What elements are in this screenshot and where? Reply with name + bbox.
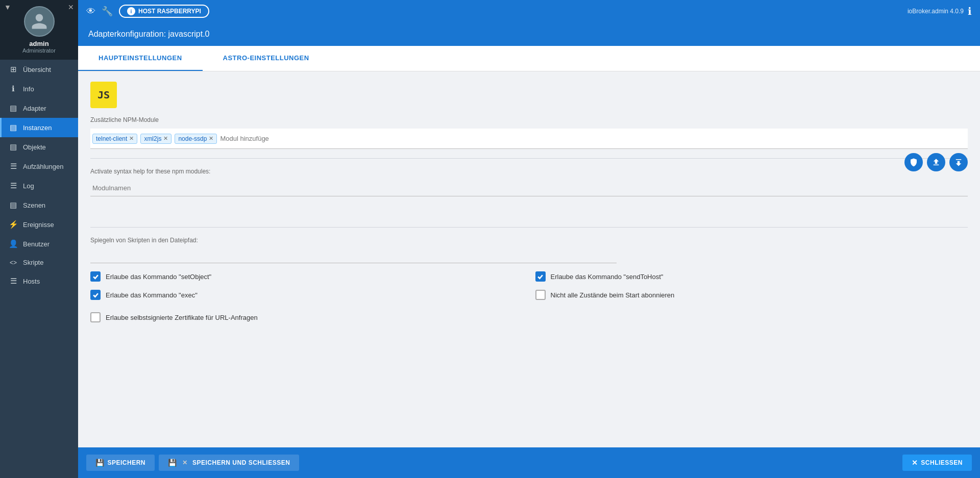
sidebar-item-aufzaehlungen[interactable]: ☰ Aufzählungen (0, 157, 78, 176)
syntax-help-section: Activate syntax help for these npm modul… (90, 168, 968, 196)
checkbox-exec: Erlaube das Kommando "exec" (90, 290, 523, 300)
sidebar-label-skripte: Skripte (23, 259, 43, 266)
version-label: ioBroker.admin 4.0.9 (908, 8, 964, 15)
bottom-bar: 💾 SPEICHERN 💾 ✕ SPEICHERN UND SCHLIESSEN… (78, 447, 980, 478)
tab-haupteinstellungen[interactable]: HAUPTEINSTELLUNGEN (78, 46, 203, 71)
cb-exec-label: Erlaube das Kommando "exec" (106, 291, 198, 299)
topbar-right: ioBroker.admin 4.0.9 ℹ (908, 5, 972, 17)
dialog-title: Adapterkonfiguration: javascript.0 (88, 30, 209, 38)
grid-icon: ⊞ (9, 65, 18, 74)
cb-no-subscribe[interactable] (535, 290, 546, 300)
cb-self-signed[interactable] (90, 312, 101, 322)
checkbox-set-object: Erlaube das Kommando "setObject" (90, 271, 523, 282)
tag-input[interactable] (220, 135, 306, 142)
save-icon: 💾 (95, 459, 105, 467)
wrench-icon[interactable]: 🔧 (102, 6, 113, 17)
sidebar-item-objekte[interactable]: ▤ Objekte (0, 137, 78, 157)
sidebar-item-instanzen[interactable]: ▤ Instanzen (0, 118, 78, 137)
action-btn-shield[interactable] (904, 153, 923, 171)
sidebar-label-adapter: Adapter (23, 105, 46, 112)
sidebar-item-uebersicht[interactable]: ⊞ Übersicht (0, 60, 78, 79)
remove-tag-node-ssdp[interactable]: ✕ (209, 135, 213, 142)
checkbox-grid: Erlaube das Kommando "setObject" Erlaube… (90, 271, 968, 300)
objekte-icon: ▤ (9, 142, 18, 152)
cb-exec[interactable] (90, 290, 101, 300)
remove-tag-xml2js[interactable]: ✕ (163, 135, 168, 142)
dialog-body: HAUPTEINSTELLUNGEN ASTRO-EINSTELLUNGEN J… (78, 46, 980, 478)
checkbox-self-signed: Erlaube selbstsignierte Zertifikate für … (90, 312, 968, 322)
topbar: 👁 🔧 i HOST RASPBERRYPI ioBroker.admin 4.… (78, 0, 980, 22)
tag-xml2js: xml2js ✕ (140, 134, 172, 144)
close-icon-btn: ✕ (912, 459, 918, 467)
sidebar-item-skripte[interactable]: <> Skripte (0, 254, 78, 271)
log-icon: ☰ (9, 181, 18, 190)
ereignisse-icon: ⚡ (9, 220, 18, 229)
dialog-title-bar: Adapterkonfiguration: javascript.0 (78, 22, 980, 46)
cb-send-to-host-label: Erlaube das Kommando "sendToHost" (551, 273, 664, 281)
sidebar-label-szenen: Szenen (23, 202, 45, 209)
avatar (24, 6, 55, 37)
sidebar-item-benutzer[interactable]: 👤 Benutzer (0, 234, 78, 254)
cb-set-object[interactable] (90, 271, 101, 282)
save-close-label: SPEICHERN UND SCHLIESSEN (192, 459, 290, 466)
cb-self-signed-label: Erlaube selbstsignierte Zertifikate für … (106, 314, 258, 321)
sidebar-label-instanzen: Instanzen (23, 124, 52, 132)
sidebar-header: ▼ ✕ admin Administrator (0, 0, 78, 60)
sidebar-item-info[interactable]: ℹ Info (0, 79, 78, 98)
tag-telnet-client: telnet-client ✕ (92, 134, 137, 144)
sidebar-label-benutzer: Benutzer (23, 240, 50, 248)
bottom-left-buttons: 💾 SPEICHERN 💾 ✕ SPEICHERN UND SCHLIESSEN (86, 455, 299, 471)
mirror-section: Spiegeln von Skripten in den Dateipfad: (90, 237, 968, 263)
hosts-icon: ☰ (9, 276, 18, 286)
npm-modules-section: Zusätzliche NPM-Module telnet-client ✕ x… (90, 116, 968, 149)
szenen-icon: ▤ (9, 200, 18, 210)
adapter-icon: ▤ (9, 104, 18, 113)
checkbox-no-subscribe: Nicht alle Zustände beim Start abonniere… (535, 290, 968, 300)
sidebar-label-hosts: Hosts (23, 278, 40, 285)
close-button[interactable]: ✕ SCHLIESSEN (902, 455, 972, 471)
save-close-button[interactable]: 💾 ✕ SPEICHERN UND SCHLIESSEN (159, 455, 299, 471)
eye-icon[interactable]: 👁 (86, 6, 95, 17)
js-logo: JS (90, 82, 117, 108)
tab-astro[interactable]: ASTRO-EINSTELLUNGEN (203, 46, 330, 71)
sidebar-nav: ⊞ Übersicht ℹ Info ▤ Adapter ▤ Instanzen… (0, 60, 78, 478)
sidebar-label-uebersicht: Übersicht (23, 66, 51, 73)
sidebar-username: admin (29, 40, 48, 47)
mirror-label: Spiegeln von Skripten in den Dateipfad: (90, 237, 968, 244)
aufzaehlungen-icon: ☰ (9, 162, 18, 171)
sidebar-label-ereignisse: Ereignisse (23, 221, 54, 229)
npm-modules-label: Zusätzliche NPM-Module (90, 116, 968, 123)
module-name-input[interactable] (90, 180, 968, 196)
sidebar-item-hosts[interactable]: ☰ Hosts (0, 271, 78, 291)
remove-tag-telnet[interactable]: ✕ (129, 135, 134, 142)
topbar-left: 👁 🔧 i HOST RASPBERRYPI (86, 5, 209, 18)
sidebar-item-ereignisse[interactable]: ⚡ Ereignisse (0, 215, 78, 234)
save-button[interactable]: 💾 SPEICHERN (86, 455, 155, 471)
action-btn-download[interactable] (949, 153, 968, 171)
cb-set-object-label: Erlaube das Kommando "setObject" (106, 273, 211, 281)
host-badge[interactable]: i HOST RASPBERRYPI (119, 5, 209, 18)
action-btn-upload[interactable] (927, 153, 945, 171)
skripte-icon: <> (9, 259, 18, 266)
sidebar-item-adapter[interactable]: ▤ Adapter (0, 98, 78, 118)
main-area: 👁 🔧 i HOST RASPBERRYPI ioBroker.admin 4.… (78, 0, 980, 478)
syntax-help-label: Activate syntax help for these npm modul… (90, 168, 968, 175)
tabs-bar: HAUPTEINSTELLUNGEN ASTRO-EINSTELLUNGEN (78, 46, 980, 71)
info-icon: ℹ (9, 84, 18, 93)
close-icon[interactable]: ✕ (68, 3, 74, 11)
save-label: SPEICHERN (108, 459, 146, 466)
dialog-container: Adapterkonfiguration: javascript.0 HAUPT… (78, 22, 980, 478)
sidebar-role: Administrator (22, 47, 56, 54)
topbar-info-icon: ℹ (968, 5, 972, 17)
sidebar-item-log[interactable]: ☰ Log (0, 176, 78, 195)
mirror-path-input[interactable] (90, 247, 617, 263)
tags-input[interactable]: telnet-client ✕ xml2js ✕ node-ssdp ✕ (90, 129, 968, 149)
triangle-icon: ▼ (4, 3, 11, 11)
action-buttons (904, 153, 968, 171)
sidebar-item-szenen[interactable]: ▤ Szenen (0, 195, 78, 215)
sidebar: ▼ ✕ admin Administrator ⊞ Übersicht ℹ In… (0, 0, 78, 478)
cb-send-to-host[interactable] (535, 271, 546, 282)
sidebar-label-objekte: Objekte (23, 143, 46, 151)
host-label: HOST RASPBERRYPI (138, 8, 201, 15)
close-label: SCHLIESSEN (921, 459, 963, 466)
